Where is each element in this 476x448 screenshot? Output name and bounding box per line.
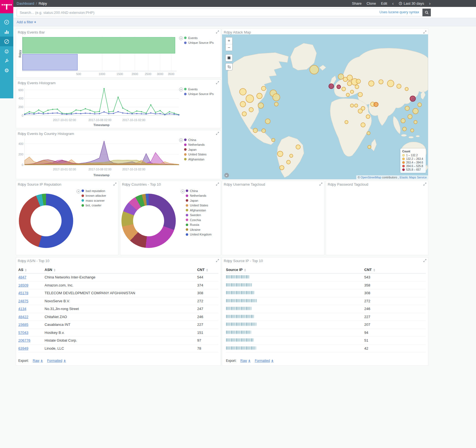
legend-toggle[interactable]	[179, 88, 183, 91]
expand-icon[interactable]	[216, 30, 219, 34]
legend-item[interactable]: Netherlands	[186, 193, 212, 198]
attack-point[interactable]	[408, 114, 412, 119]
reputation-donut-chart[interactable]	[19, 194, 73, 248]
column-header-cnt[interactable]: CNT	[197, 268, 218, 272]
legend-item[interactable]: bad reputation	[82, 188, 106, 193]
export-raw-link[interactable]: Raw	[240, 359, 251, 363]
legend-item[interactable]: Afghanistan	[184, 157, 207, 162]
expand-icon[interactable]	[216, 183, 219, 186]
legend-item[interactable]: Ukraine	[186, 227, 212, 232]
fit-bounds-button[interactable]	[225, 54, 233, 62]
attack-point[interactable]	[296, 145, 300, 149]
attack-point[interactable]	[347, 81, 352, 86]
lucene-syntax-link[interactable]: Uses lucene query syntax	[380, 10, 419, 14]
legend-item[interactable]: China	[186, 188, 212, 193]
as-number-link[interactable]: 15685	[18, 322, 28, 327]
search-button[interactable]	[422, 9, 431, 16]
attack-point[interactable]	[367, 132, 370, 135]
map-attribution-toggle[interactable]: ▸	[224, 173, 229, 178]
as-number-link[interactable]: 48422	[18, 315, 28, 319]
attack-point[interactable]	[329, 84, 334, 89]
legend-item[interactable]: United States	[186, 203, 212, 208]
attack-point[interactable]	[337, 85, 341, 89]
attack-point[interactable]	[410, 96, 416, 101]
share-button[interactable]: Share	[352, 1, 362, 6]
export-formatted-link[interactable]: Formatted	[47, 359, 66, 363]
sort-icon[interactable]	[25, 269, 27, 272]
legend-item[interactable]: Events	[184, 87, 214, 92]
attack-point[interactable]	[350, 90, 354, 93]
sidebar-item-timelion[interactable]	[0, 46, 13, 56]
legend-toggle[interactable]	[181, 190, 185, 193]
attack-point[interactable]	[355, 104, 358, 107]
attack-point[interactable]	[258, 103, 264, 108]
sort-icon[interactable]	[206, 269, 208, 272]
attack-point[interactable]	[358, 92, 363, 97]
attack-point[interactable]	[356, 79, 361, 83]
add-filter-link[interactable]: Add a filter+	[17, 20, 36, 24]
attack-point[interactable]	[342, 87, 346, 91]
legend-item[interactable]: Netherlands	[184, 142, 207, 147]
search-input[interactable]	[17, 9, 422, 16]
expand-icon[interactable]	[423, 30, 426, 34]
attack-point[interactable]	[257, 93, 262, 99]
attack-point[interactable]	[387, 80, 394, 87]
column-header-cnt[interactable]: CNT	[364, 268, 422, 272]
attack-point[interactable]	[310, 65, 319, 74]
as-number-link[interactable]: 24875	[18, 299, 28, 303]
attack-point[interactable]	[355, 85, 359, 89]
bar-unique-source-ips[interactable]	[22, 54, 78, 70]
attack-point[interactable]	[246, 95, 254, 103]
zoom-out-button[interactable]: −	[226, 44, 232, 51]
clone-button[interactable]: Clone	[366, 1, 376, 6]
attack-point[interactable]	[249, 107, 253, 112]
legend-item[interactable]: Unique Source IPs	[184, 40, 214, 45]
column-header-sourceip[interactable]: Source IP	[226, 268, 364, 272]
expand-icon[interactable]	[319, 183, 322, 186]
elastic-maps-link[interactable]: Elastic Maps Service	[400, 176, 427, 179]
attack-point[interactable]	[366, 115, 370, 119]
expand-icon[interactable]	[113, 183, 116, 186]
legend-item[interactable]: Japan	[186, 198, 212, 203]
sidebar-item-dev-tools[interactable]	[0, 56, 13, 66]
time-back-arrow[interactable]: ‹	[392, 0, 394, 7]
attack-point[interactable]	[338, 74, 344, 79]
attack-point[interactable]	[379, 80, 383, 84]
expand-icon[interactable]	[216, 259, 219, 262]
attack-point[interactable]	[403, 127, 406, 131]
time-picker[interactable]: Last 30 days	[399, 1, 424, 6]
export-formatted-link[interactable]: Formatted	[255, 359, 274, 363]
sidebar-item-dashboard[interactable]	[0, 37, 13, 46]
legend-item[interactable]: Unique Source IPs	[184, 92, 214, 97]
attack-point[interactable]	[350, 104, 354, 107]
sort-icon[interactable]	[54, 269, 55, 272]
legend-item[interactable]: China	[184, 137, 207, 142]
sort-icon[interactable]	[373, 269, 375, 272]
breadcrumb-dashboard-link[interactable]: Dashboard	[17, 1, 34, 6]
attack-point[interactable]	[405, 87, 408, 91]
as-number-link[interactable]: 206776	[18, 338, 30, 342]
edit-button[interactable]: Edit	[381, 1, 387, 6]
as-number-link[interactable]: 4847	[18, 275, 26, 279]
legend-item[interactable]: Japan	[184, 147, 207, 152]
legend-item[interactable]: Russia	[186, 222, 212, 227]
attack-point[interactable]	[242, 112, 246, 116]
attack-point[interactable]	[401, 119, 405, 123]
attack-point[interactable]	[347, 75, 353, 80]
attack-point[interactable]	[397, 84, 401, 88]
attack-point[interactable]	[418, 103, 422, 107]
sidebar-item-discover[interactable]	[0, 17, 13, 27]
attack-point[interactable]	[368, 81, 374, 86]
export-raw-link[interactable]: Raw	[33, 359, 43, 363]
column-header-as[interactable]: AS	[18, 268, 45, 272]
expand-icon[interactable]	[216, 132, 219, 135]
sidebar-item-management[interactable]: ⚙	[0, 66, 13, 75]
legend-toggle[interactable]	[179, 36, 183, 40]
legend-toggle[interactable]	[77, 190, 80, 193]
as-number-link[interactable]: 16509	[18, 283, 28, 287]
attack-point[interactable]	[280, 165, 284, 170]
expand-icon[interactable]	[423, 183, 426, 186]
attack-point[interactable]	[345, 121, 348, 124]
time-forward-arrow[interactable]: ›	[429, 0, 431, 7]
attack-point[interactable]	[346, 93, 350, 96]
